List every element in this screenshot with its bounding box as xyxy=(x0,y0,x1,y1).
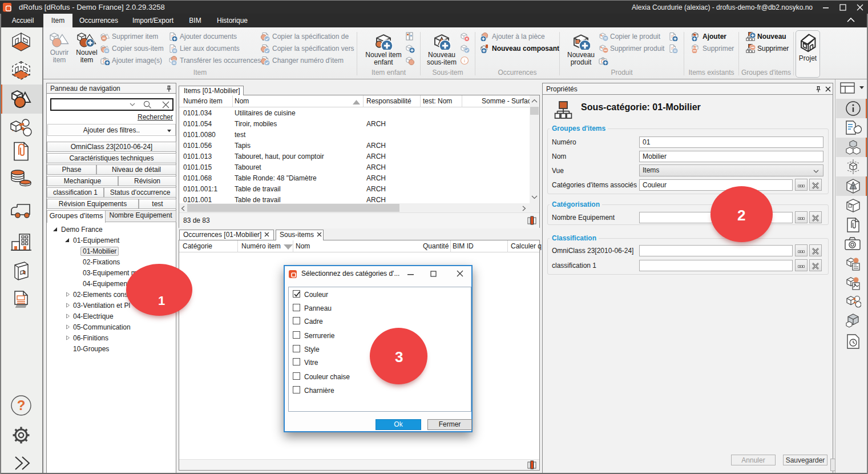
svg-text:?: ? xyxy=(17,397,26,413)
